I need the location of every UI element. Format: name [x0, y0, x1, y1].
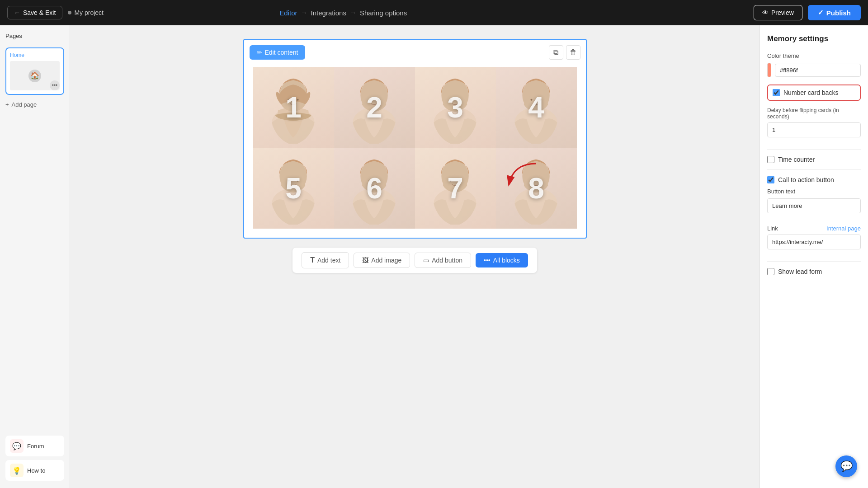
- project-name-label: My project: [74, 9, 104, 16]
- divider-1: [767, 149, 861, 150]
- add-text-label: Add text: [317, 257, 340, 264]
- image-icon: 🖼: [362, 257, 368, 264]
- memory-card-7: 7: [415, 148, 496, 229]
- page-more-button[interactable]: •••: [50, 80, 60, 90]
- right-panel: Memory settings Color theme Number card …: [760, 25, 868, 488]
- dot-icon: [68, 11, 71, 14]
- home-page-card[interactable]: Home 🏠 •••: [5, 47, 64, 95]
- add-page-label: Add page: [12, 101, 37, 108]
- link-row: Link Internal page: [767, 225, 861, 232]
- pencil-icon: ✏: [257, 49, 262, 56]
- sharing-options-link[interactable]: Sharing options: [360, 9, 407, 17]
- card-number-5: 5: [285, 172, 302, 205]
- color-hex-input[interactable]: [775, 64, 861, 77]
- top-navigation: ← Save & Exit My project Editor → Integr…: [0, 0, 868, 25]
- number-card-backs-label: Number card backs: [783, 89, 838, 96]
- divider-2: [767, 169, 861, 170]
- edit-content-label: Edit content: [265, 49, 298, 56]
- text-icon: T: [310, 256, 315, 264]
- publish-label: Publish: [826, 9, 851, 17]
- time-counter-checkbox[interactable]: [767, 156, 774, 163]
- home-page-name: Home: [10, 52, 60, 58]
- memory-card-1: 1: [253, 67, 334, 148]
- add-blocks-bar: T Add text 🖼 Add image ▭ Add button ••• …: [292, 248, 537, 273]
- publish-button[interactable]: ✓ Publish: [808, 5, 861, 20]
- button-text-input[interactable]: [767, 198, 861, 213]
- divider-3: [767, 261, 861, 262]
- color-row: [767, 63, 861, 77]
- delay-label: Delay before flipping cards (in seconds): [767, 107, 861, 120]
- plus-icon: +: [5, 101, 9, 108]
- save-exit-label: Save & Exit: [23, 9, 56, 16]
- nav-right-actions: 👁 Preview ✓ Publish: [754, 5, 861, 20]
- chat-fab-button[interactable]: 💬: [835, 455, 857, 477]
- card-number-3: 3: [447, 91, 463, 124]
- delete-block-button[interactable]: 🗑: [566, 45, 580, 60]
- number-card-backs-checkbox[interactable]: [773, 89, 780, 96]
- block-actions: ⧉ 🗑: [549, 45, 580, 60]
- link-label: Link: [767, 225, 778, 232]
- edit-content-button[interactable]: ✏ Edit content: [250, 45, 306, 60]
- all-blocks-label: All blocks: [493, 257, 520, 264]
- delay-section: Delay before flipping cards (in seconds): [767, 107, 861, 142]
- add-image-label: Add image: [371, 257, 401, 264]
- card-number-1: 1: [285, 91, 302, 124]
- copy-block-button[interactable]: ⧉: [549, 45, 563, 60]
- call-to-action-label: Call to action button: [778, 176, 834, 183]
- main-layout: Pages Home 🏠 ••• + Add page 💬 Forum 💡 Ho…: [0, 25, 868, 488]
- save-exit-button[interactable]: ← Save & Exit: [7, 6, 62, 19]
- memory-card-2: 2: [334, 67, 415, 148]
- sidebar: Pages Home 🏠 ••• + Add page 💬 Forum 💡 Ho…: [0, 25, 70, 488]
- all-blocks-button[interactable]: ••• All blocks: [476, 253, 528, 267]
- back-arrow-icon: ←: [14, 9, 20, 16]
- add-image-button[interactable]: 🖼 Add image: [354, 253, 410, 268]
- chat-icon: 💬: [840, 460, 853, 472]
- show-lead-form-label: Show lead form: [778, 268, 822, 275]
- add-button-button[interactable]: ▭ Add button: [415, 253, 471, 268]
- integrations-link[interactable]: Integrations: [311, 9, 346, 17]
- show-lead-form-row: Show lead form: [767, 268, 861, 275]
- link-input[interactable]: [767, 235, 861, 249]
- howto-icon: 💡: [10, 464, 24, 477]
- color-theme-label: Color theme: [767, 52, 861, 59]
- forum-item[interactable]: 💬 Forum: [5, 436, 64, 456]
- call-to-action-row: Call to action button: [767, 176, 861, 183]
- memory-card-3: 3: [415, 67, 496, 148]
- howto-label: How to: [27, 467, 45, 474]
- color-swatch[interactable]: [767, 63, 771, 77]
- arrow-1: →: [301, 9, 307, 16]
- button-text-label: Button text: [767, 188, 861, 195]
- home-thumb-icon: 🏠: [28, 70, 41, 82]
- add-text-button[interactable]: T Add text: [302, 252, 349, 268]
- call-to-action-checkbox[interactable]: [767, 176, 774, 183]
- card-number-6: 6: [366, 172, 382, 205]
- add-button-label: Add button: [432, 257, 462, 264]
- eye-icon: 👁: [762, 9, 769, 16]
- canvas-area: ✏ Edit content ⧉ 🗑: [70, 25, 760, 488]
- delay-input[interactable]: [767, 122, 861, 137]
- memory-card-6: 6: [334, 148, 415, 229]
- nav-center: Editor → Integrations → Sharing options: [279, 9, 407, 17]
- show-lead-form-checkbox[interactable]: [767, 268, 774, 275]
- number-card-backs-row: Number card backs: [767, 84, 861, 101]
- pages-title: Pages: [5, 33, 64, 39]
- memory-card-5: 5: [253, 148, 334, 229]
- internal-page-link[interactable]: Internal page: [826, 225, 861, 232]
- card-number-2: 2: [366, 91, 382, 124]
- memory-card-8: 8: [496, 148, 577, 229]
- card-number-7: 7: [447, 172, 463, 205]
- editor-link[interactable]: Editor: [279, 9, 297, 17]
- time-counter-label: Time counter: [778, 156, 815, 163]
- preview-button[interactable]: 👁 Preview: [754, 5, 802, 20]
- arrow-2: →: [350, 9, 356, 16]
- card-number-8: 8: [528, 172, 544, 205]
- howto-item[interactable]: 💡 How to: [5, 460, 64, 481]
- check-icon: ✓: [818, 9, 824, 17]
- panel-title: Memory settings: [767, 34, 861, 43]
- color-theme-section: Color theme: [767, 52, 861, 77]
- button-text-section: Button text: [767, 188, 861, 218]
- project-name-area: My project: [68, 9, 104, 16]
- add-page-button[interactable]: + Add page: [5, 99, 64, 110]
- sidebar-bottom: 💬 Forum 💡 How to: [5, 436, 64, 481]
- forum-icon: 💬: [10, 439, 24, 453]
